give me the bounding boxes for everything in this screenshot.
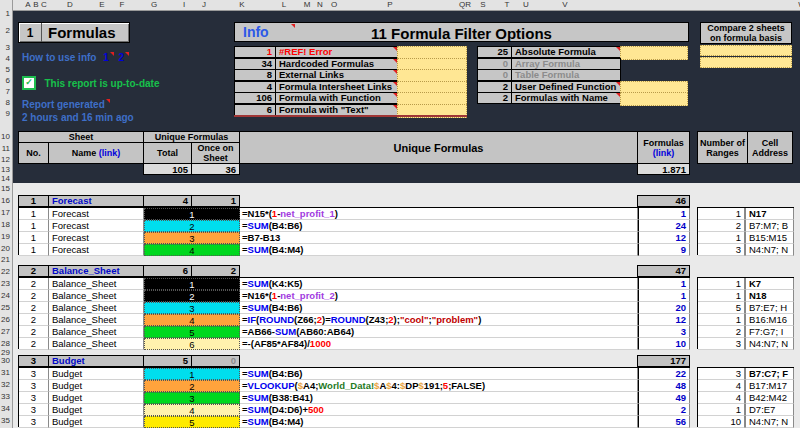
row-color-tag[interactable]: 4	[144, 314, 240, 326]
how-to-link-2[interactable]: 2	[119, 52, 125, 63]
row-color-tag[interactable]: 1	[144, 368, 240, 380]
row-color-tag[interactable]: 5	[144, 416, 240, 428]
row-color-tag[interactable]: 2	[144, 220, 240, 232]
column-letter-V[interactable]: V	[562, 0, 567, 10]
section-sheet-link[interactable]: Balance_Sheet	[48, 265, 144, 277]
row-number-25[interactable]: 25	[1, 303, 10, 313]
range-count: 1	[698, 232, 745, 244]
row-color-tag[interactable]: 3	[144, 392, 240, 404]
row-number-15[interactable]: 15	[1, 184, 10, 194]
cell-address: D7:E7	[745, 404, 794, 416]
row-sheet-name: Forecast	[49, 208, 144, 220]
column-letter-L[interactable]: L	[282, 0, 286, 10]
checkbox-icon[interactable]: ✓	[22, 76, 36, 90]
row-color-tag[interactable]: 1	[144, 208, 240, 220]
page-title: Formulas	[42, 24, 116, 41]
row-number-22[interactable]: 22	[1, 267, 10, 277]
row-color-tag[interactable]: 5	[144, 326, 240, 338]
row-number-2[interactable]: 2	[6, 26, 10, 36]
row-color-tag[interactable]: 4	[144, 404, 240, 416]
compare-input-2[interactable]	[700, 57, 792, 68]
column-letter-D[interactable]: D	[67, 0, 73, 10]
row-color-tag[interactable]: 4	[144, 244, 240, 256]
info-filter-input[interactable]	[620, 92, 688, 106]
row-number-26[interactable]: 26	[1, 315, 10, 325]
column-letter-G[interactable]: G	[151, 0, 157, 10]
row-number-7[interactable]: 7	[6, 87, 10, 97]
column-letter-J[interactable]: J	[202, 0, 206, 10]
row-number-3[interactable]: 3	[6, 43, 10, 53]
generated-ago: 2 hours and 16 min ago	[22, 112, 134, 123]
row-number-30[interactable]: 30	[1, 356, 10, 366]
formula-token: )	[335, 290, 338, 301]
formula-count: 2	[638, 404, 690, 416]
row-number-32[interactable]: 32	[1, 380, 10, 390]
row-number-19[interactable]: 19	[1, 232, 10, 242]
how-to-link-1[interactable]: 1	[103, 52, 109, 63]
info-filter-input[interactable]	[620, 46, 688, 60]
column-letter-QR[interactable]: QR	[459, 0, 471, 10]
row-number-8[interactable]: 8	[6, 98, 10, 108]
row-number-21[interactable]: 21	[1, 255, 10, 265]
row-number-17[interactable]: 17	[1, 208, 10, 218]
row-number-14[interactable]: 14	[1, 174, 10, 184]
header-formulas-link[interactable]: (link)	[653, 148, 675, 158]
formula-cell: =SUM(B4:B6)	[240, 368, 638, 380]
row-number-6[interactable]: 6	[6, 76, 10, 86]
row-color-tag[interactable]: 6	[144, 338, 240, 350]
row-number-10[interactable]: 10	[1, 132, 10, 142]
compare-input-1[interactable]	[700, 45, 792, 56]
column-letter-A[interactable]: A	[25, 0, 30, 10]
row-number-1[interactable]: 1	[6, 9, 10, 19]
row-number-5[interactable]: 5	[6, 65, 10, 75]
row-color-tag[interactable]: 3	[144, 232, 240, 244]
info-item-label: Formula Intersheet Links	[275, 81, 398, 93]
row-number-31[interactable]: 31	[1, 368, 10, 378]
column-letter-O[interactable]: O	[331, 0, 337, 10]
row-number-27[interactable]: 27	[1, 327, 10, 337]
row-number-4[interactable]: 4	[6, 54, 10, 64]
row-number-12[interactable]: 12	[1, 155, 10, 165]
formula-cell: =SUM(B38:B41)	[240, 392, 638, 404]
row-number-18[interactable]: 18	[1, 220, 10, 230]
column-letter-E[interactable]: E	[99, 0, 104, 10]
column-letter-T[interactable]: T	[505, 0, 510, 10]
row-color-tag[interactable]: 1	[144, 278, 240, 290]
column-letter-N[interactable]: N	[317, 0, 323, 10]
row-number-9[interactable]: 9	[6, 109, 10, 119]
row-number-11[interactable]: 11	[2, 144, 10, 154]
section-sheet-link[interactable]: Forecast	[48, 195, 144, 207]
column-letter-C[interactable]: C	[41, 0, 47, 10]
row-no: 3	[19, 416, 49, 428]
column-letter-K[interactable]: K	[239, 0, 244, 10]
row-number-24[interactable]: 24	[1, 291, 10, 301]
formula-token: =-(AF85*AF84)/	[242, 338, 310, 349]
row-number-34[interactable]: 34	[1, 404, 10, 414]
column-letter-S[interactable]: S	[480, 0, 485, 10]
formula-cell: =IF(ROUND(Z66;2)=ROUND(Z43;2);"cool";"pr…	[240, 314, 638, 326]
row-color-tag[interactable]: 3	[144, 302, 240, 314]
row-color-tag[interactable]: 2	[144, 380, 240, 392]
row-color-tag[interactable]: 2	[144, 290, 240, 302]
row-number-16[interactable]: 16	[1, 196, 10, 206]
column-letter-B[interactable]: B	[33, 0, 38, 10]
row-number-20[interactable]: 20	[1, 244, 10, 254]
section-no: 1	[18, 195, 49, 207]
formula-token: VLOOKUP	[248, 380, 295, 391]
row-sheet-name: Balance_Sheet	[49, 278, 144, 290]
column-letter-I[interactable]: I	[183, 0, 185, 10]
cell-address: B7:M7; B	[745, 220, 794, 232]
row-no: 1	[19, 232, 49, 244]
row-sheet-name: Forecast	[49, 232, 144, 244]
column-letter-F[interactable]: F	[120, 0, 125, 10]
column-letter-P[interactable]: P	[387, 0, 392, 10]
row-number-23[interactable]: 23	[1, 279, 10, 289]
header-name-link[interactable]: (link)	[99, 148, 121, 158]
compare-line2: on formula basis	[710, 33, 782, 43]
row-number-33[interactable]: 33	[1, 392, 10, 402]
column-letter-U[interactable]: U	[523, 0, 529, 10]
section-no: 2	[18, 265, 49, 277]
column-letter-M[interactable]: M	[304, 0, 311, 10]
row-number-35[interactable]: 35	[1, 416, 10, 426]
section-sheet-link[interactable]: Budget	[48, 355, 144, 367]
